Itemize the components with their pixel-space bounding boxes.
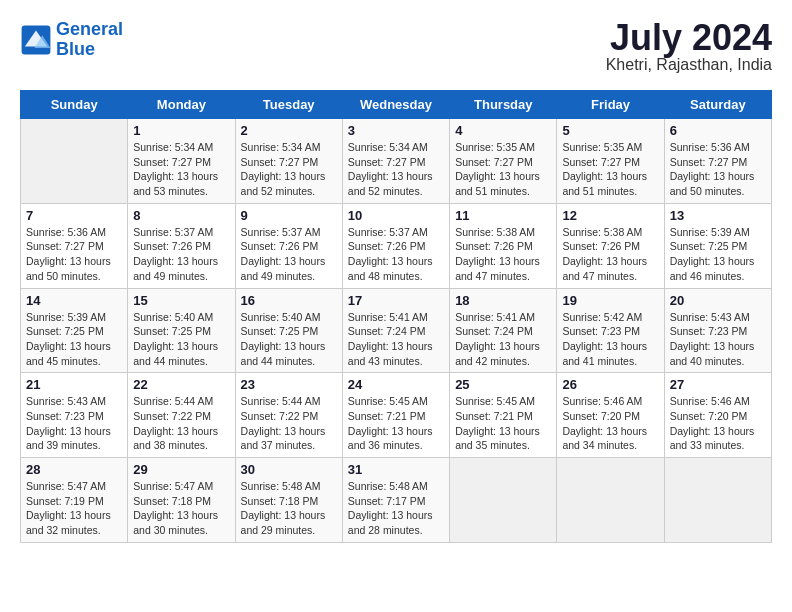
- cell-info: Sunrise: 5:38 AM Sunset: 7:26 PM Dayligh…: [562, 225, 658, 284]
- day-number: 3: [348, 123, 444, 138]
- cell-info: Sunrise: 5:36 AM Sunset: 7:27 PM Dayligh…: [670, 140, 766, 199]
- calendar-cell: 8Sunrise: 5:37 AM Sunset: 7:26 PM Daylig…: [128, 203, 235, 288]
- cell-info: Sunrise: 5:39 AM Sunset: 7:25 PM Dayligh…: [26, 310, 122, 369]
- week-row-4: 21Sunrise: 5:43 AM Sunset: 7:23 PM Dayli…: [21, 373, 772, 458]
- calendar-cell: 3Sunrise: 5:34 AM Sunset: 7:27 PM Daylig…: [342, 119, 449, 204]
- day-number: 27: [670, 377, 766, 392]
- day-header-tuesday: Tuesday: [235, 91, 342, 119]
- week-row-2: 7Sunrise: 5:36 AM Sunset: 7:27 PM Daylig…: [21, 203, 772, 288]
- day-number: 8: [133, 208, 229, 223]
- day-number: 29: [133, 462, 229, 477]
- logo-text: General Blue: [56, 20, 123, 60]
- day-number: 25: [455, 377, 551, 392]
- calendar-cell: 19Sunrise: 5:42 AM Sunset: 7:23 PM Dayli…: [557, 288, 664, 373]
- calendar-cell: 12Sunrise: 5:38 AM Sunset: 7:26 PM Dayli…: [557, 203, 664, 288]
- location-subtitle: Khetri, Rajasthan, India: [606, 56, 772, 74]
- day-number: 20: [670, 293, 766, 308]
- day-number: 6: [670, 123, 766, 138]
- logo: General Blue: [20, 20, 123, 60]
- day-header-monday: Monday: [128, 91, 235, 119]
- cell-info: Sunrise: 5:37 AM Sunset: 7:26 PM Dayligh…: [133, 225, 229, 284]
- day-number: 14: [26, 293, 122, 308]
- cell-info: Sunrise: 5:34 AM Sunset: 7:27 PM Dayligh…: [241, 140, 337, 199]
- day-number: 2: [241, 123, 337, 138]
- calendar-cell: 16Sunrise: 5:40 AM Sunset: 7:25 PM Dayli…: [235, 288, 342, 373]
- week-row-3: 14Sunrise: 5:39 AM Sunset: 7:25 PM Dayli…: [21, 288, 772, 373]
- day-header-thursday: Thursday: [450, 91, 557, 119]
- title-block: July 2024 Khetri, Rajasthan, India: [606, 20, 772, 74]
- day-number: 5: [562, 123, 658, 138]
- calendar-cell: 1Sunrise: 5:34 AM Sunset: 7:27 PM Daylig…: [128, 119, 235, 204]
- calendar-cell: 17Sunrise: 5:41 AM Sunset: 7:24 PM Dayli…: [342, 288, 449, 373]
- calendar-cell: 30Sunrise: 5:48 AM Sunset: 7:18 PM Dayli…: [235, 458, 342, 543]
- cell-info: Sunrise: 5:34 AM Sunset: 7:27 PM Dayligh…: [348, 140, 444, 199]
- day-number: 16: [241, 293, 337, 308]
- day-number: 17: [348, 293, 444, 308]
- day-header-sunday: Sunday: [21, 91, 128, 119]
- calendar-cell: 14Sunrise: 5:39 AM Sunset: 7:25 PM Dayli…: [21, 288, 128, 373]
- calendar-cell: 22Sunrise: 5:44 AM Sunset: 7:22 PM Dayli…: [128, 373, 235, 458]
- cell-info: Sunrise: 5:46 AM Sunset: 7:20 PM Dayligh…: [670, 394, 766, 453]
- day-number: 10: [348, 208, 444, 223]
- day-number: 18: [455, 293, 551, 308]
- calendar-cell: [450, 458, 557, 543]
- cell-info: Sunrise: 5:41 AM Sunset: 7:24 PM Dayligh…: [455, 310, 551, 369]
- day-number: 11: [455, 208, 551, 223]
- calendar-cell: 24Sunrise: 5:45 AM Sunset: 7:21 PM Dayli…: [342, 373, 449, 458]
- week-row-1: 1Sunrise: 5:34 AM Sunset: 7:27 PM Daylig…: [21, 119, 772, 204]
- cell-info: Sunrise: 5:48 AM Sunset: 7:18 PM Dayligh…: [241, 479, 337, 538]
- day-number: 13: [670, 208, 766, 223]
- cell-info: Sunrise: 5:43 AM Sunset: 7:23 PM Dayligh…: [670, 310, 766, 369]
- header-row: SundayMondayTuesdayWednesdayThursdayFrid…: [21, 91, 772, 119]
- calendar-cell: 11Sunrise: 5:38 AM Sunset: 7:26 PM Dayli…: [450, 203, 557, 288]
- day-number: 19: [562, 293, 658, 308]
- calendar-cell: 10Sunrise: 5:37 AM Sunset: 7:26 PM Dayli…: [342, 203, 449, 288]
- cell-info: Sunrise: 5:35 AM Sunset: 7:27 PM Dayligh…: [455, 140, 551, 199]
- cell-info: Sunrise: 5:38 AM Sunset: 7:26 PM Dayligh…: [455, 225, 551, 284]
- calendar-cell: 18Sunrise: 5:41 AM Sunset: 7:24 PM Dayli…: [450, 288, 557, 373]
- day-number: 9: [241, 208, 337, 223]
- calendar-cell: 28Sunrise: 5:47 AM Sunset: 7:19 PM Dayli…: [21, 458, 128, 543]
- calendar-cell: 31Sunrise: 5:48 AM Sunset: 7:17 PM Dayli…: [342, 458, 449, 543]
- calendar-cell: 29Sunrise: 5:47 AM Sunset: 7:18 PM Dayli…: [128, 458, 235, 543]
- cell-info: Sunrise: 5:46 AM Sunset: 7:20 PM Dayligh…: [562, 394, 658, 453]
- cell-info: Sunrise: 5:40 AM Sunset: 7:25 PM Dayligh…: [133, 310, 229, 369]
- day-number: 30: [241, 462, 337, 477]
- calendar-cell: 2Sunrise: 5:34 AM Sunset: 7:27 PM Daylig…: [235, 119, 342, 204]
- day-number: 1: [133, 123, 229, 138]
- day-number: 21: [26, 377, 122, 392]
- day-number: 28: [26, 462, 122, 477]
- week-row-5: 28Sunrise: 5:47 AM Sunset: 7:19 PM Dayli…: [21, 458, 772, 543]
- day-number: 23: [241, 377, 337, 392]
- calendar-cell: 7Sunrise: 5:36 AM Sunset: 7:27 PM Daylig…: [21, 203, 128, 288]
- day-header-saturday: Saturday: [664, 91, 771, 119]
- cell-info: Sunrise: 5:34 AM Sunset: 7:27 PM Dayligh…: [133, 140, 229, 199]
- calendar-cell: 23Sunrise: 5:44 AM Sunset: 7:22 PM Dayli…: [235, 373, 342, 458]
- cell-info: Sunrise: 5:35 AM Sunset: 7:27 PM Dayligh…: [562, 140, 658, 199]
- calendar-cell: 9Sunrise: 5:37 AM Sunset: 7:26 PM Daylig…: [235, 203, 342, 288]
- cell-info: Sunrise: 5:39 AM Sunset: 7:25 PM Dayligh…: [670, 225, 766, 284]
- day-number: 24: [348, 377, 444, 392]
- day-number: 22: [133, 377, 229, 392]
- day-number: 15: [133, 293, 229, 308]
- cell-info: Sunrise: 5:47 AM Sunset: 7:19 PM Dayligh…: [26, 479, 122, 538]
- cell-info: Sunrise: 5:41 AM Sunset: 7:24 PM Dayligh…: [348, 310, 444, 369]
- cell-info: Sunrise: 5:37 AM Sunset: 7:26 PM Dayligh…: [241, 225, 337, 284]
- day-number: 31: [348, 462, 444, 477]
- calendar-cell: [557, 458, 664, 543]
- cell-info: Sunrise: 5:36 AM Sunset: 7:27 PM Dayligh…: [26, 225, 122, 284]
- cell-info: Sunrise: 5:40 AM Sunset: 7:25 PM Dayligh…: [241, 310, 337, 369]
- calendar-cell: 25Sunrise: 5:45 AM Sunset: 7:21 PM Dayli…: [450, 373, 557, 458]
- cell-info: Sunrise: 5:44 AM Sunset: 7:22 PM Dayligh…: [133, 394, 229, 453]
- day-number: 26: [562, 377, 658, 392]
- calendar-cell: 26Sunrise: 5:46 AM Sunset: 7:20 PM Dayli…: [557, 373, 664, 458]
- calendar-cell: 20Sunrise: 5:43 AM Sunset: 7:23 PM Dayli…: [664, 288, 771, 373]
- cell-info: Sunrise: 5:48 AM Sunset: 7:17 PM Dayligh…: [348, 479, 444, 538]
- calendar-cell: 6Sunrise: 5:36 AM Sunset: 7:27 PM Daylig…: [664, 119, 771, 204]
- day-number: 12: [562, 208, 658, 223]
- calendar-cell: [21, 119, 128, 204]
- day-number: 7: [26, 208, 122, 223]
- day-header-wednesday: Wednesday: [342, 91, 449, 119]
- cell-info: Sunrise: 5:45 AM Sunset: 7:21 PM Dayligh…: [348, 394, 444, 453]
- calendar-cell: 27Sunrise: 5:46 AM Sunset: 7:20 PM Dayli…: [664, 373, 771, 458]
